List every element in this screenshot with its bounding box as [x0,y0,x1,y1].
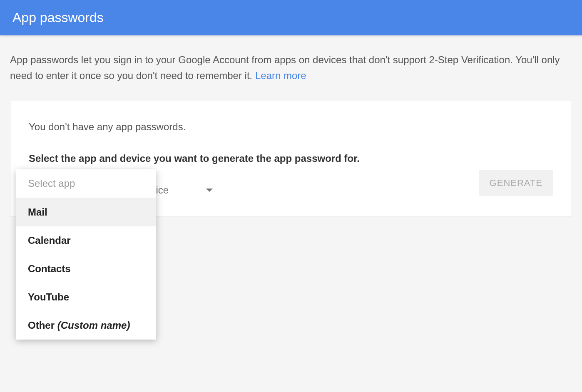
app-passwords-card: You don't have any app passwords. Select… [10,101,572,216]
dropdown-option-contacts[interactable]: Contacts [16,255,156,283]
generate-button[interactable]: GENERATE [479,170,553,196]
learn-more-link[interactable]: Learn more [255,70,306,81]
chevron-down-icon [206,189,213,192]
dropdown-option-mail[interactable]: Mail [16,198,156,226]
dropdown-option-calendar[interactable]: Calendar [16,226,156,255]
page-title: App passwords [12,10,104,25]
content-area: App passwords let you sign in to your Go… [0,35,582,226]
no-passwords-message: You don't have any app passwords. [29,121,553,133]
dropdown-option-other[interactable]: Other (Custom name) [16,311,156,340]
selectors-row: Select app Select app Mail Calendar Cont… [29,184,553,196]
select-app-container: Select app Select app Mail Calendar Cont… [29,184,76,196]
other-prefix: Other [28,320,57,331]
select-app-menu: Select app Mail Calendar Contacts YouTub… [16,169,156,340]
instruction-text: Select the app and device you want to ge… [29,153,553,164]
description-text: App passwords let you sign in to your Go… [10,52,572,84]
other-custom-name: (Custom name) [57,320,130,331]
dropdown-header: Select app [16,169,156,198]
page-header: App passwords [0,0,582,35]
dropdown-option-youtube[interactable]: YouTube [16,283,156,311]
